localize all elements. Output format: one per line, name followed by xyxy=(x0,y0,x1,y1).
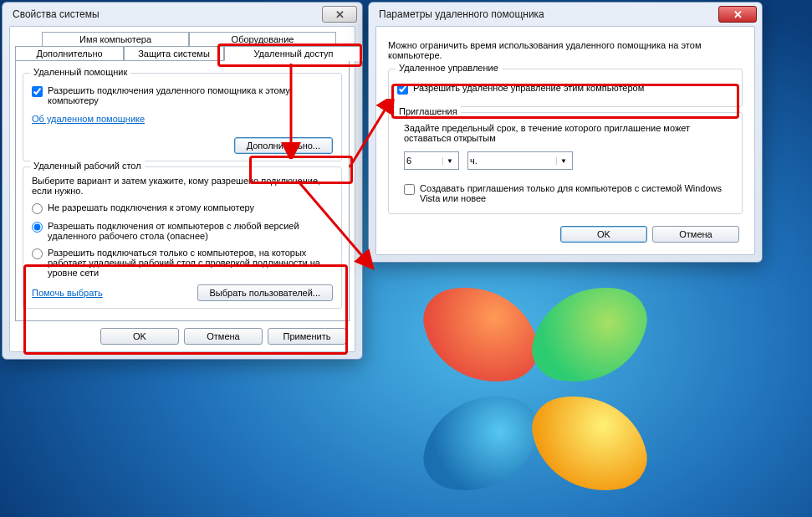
remote-assistant-params-window: Параметры удаленного помощника ✕ Можно о… xyxy=(368,2,763,263)
chevron-down-icon: ▼ xyxy=(556,157,570,165)
duration-unit-select[interactable]: ч.▼ xyxy=(467,151,573,170)
close-icon[interactable]: ✕ xyxy=(718,6,757,23)
advanced-button[interactable]: Дополнительно... xyxy=(234,137,333,154)
invitations-group: Приглашения Задайте предельный срок, в т… xyxy=(388,112,743,214)
system-properties-window: Свойства системы ✕ Имя компьютера Оборуд… xyxy=(2,2,363,360)
allow-assistant-checkbox[interactable]: Разрешить подключения удаленного помощни… xyxy=(32,85,333,105)
intro-text: Можно ограничить время использования уда… xyxy=(388,40,743,60)
window-title: Параметры удаленного помощника xyxy=(379,8,718,20)
group-label: Удаленное управление xyxy=(396,63,502,73)
titlebar[interactable]: Свойства системы ✕ xyxy=(3,3,362,26)
window-title: Свойства системы xyxy=(13,8,322,20)
rdp-intro: Выберите вариант и затем укажите, кому р… xyxy=(32,176,333,196)
tab-computer-name[interactable]: Имя компьютера xyxy=(42,32,189,47)
tab-hardware[interactable]: Оборудование xyxy=(189,32,336,47)
cancel-button[interactable]: Отмена xyxy=(652,226,739,243)
help-choose-link[interactable]: Помочь выбрать xyxy=(32,288,103,298)
chevron-down-icon: ▼ xyxy=(442,157,457,165)
remote-assistant-group: Удаленный помощник Разрешить подключения… xyxy=(23,73,342,161)
group-label: Удаленный рабочий стол xyxy=(30,161,145,171)
tab-advanced[interactable]: Дополнительно xyxy=(15,46,124,61)
duration-number-select[interactable]: 6▼ xyxy=(404,151,459,170)
allow-control-checkbox[interactable]: Разрешить удаленное управление этим комп… xyxy=(397,83,733,95)
apply-button[interactable]: Применить xyxy=(268,328,346,345)
ok-button[interactable]: OK xyxy=(560,226,647,243)
rdp-option-any[interactable]: Разрешать подключения от компьютеров с л… xyxy=(32,221,333,241)
tab-protection[interactable]: Защита системы xyxy=(124,46,224,61)
invite-text: Задайте предельный срок, в течение котор… xyxy=(397,123,733,143)
about-assistant-link[interactable]: Об удаленном помощнике xyxy=(32,114,145,124)
windows-logo xyxy=(418,284,652,502)
vista-only-checkbox[interactable]: Создавать приглашения только для компьют… xyxy=(397,183,733,203)
rdp-option-none[interactable]: Не разрешать подключения к этому компьют… xyxy=(32,202,333,214)
cancel-button[interactable]: Отмена xyxy=(184,328,263,345)
remote-desktop-group: Удаленный рабочий стол Выберите вариант … xyxy=(23,166,342,309)
rdp-option-nla[interactable]: Разрешить подключаться только с компьюте… xyxy=(32,248,333,278)
tabs: Имя компьютера Оборудование Дополнительн… xyxy=(15,32,350,62)
ok-button[interactable]: OK xyxy=(100,328,179,345)
titlebar[interactable]: Параметры удаленного помощника ✕ xyxy=(369,3,762,26)
remote-control-group: Удаленное управление Разрешить удаленное… xyxy=(388,69,743,107)
group-label: Удаленный помощник xyxy=(30,67,130,77)
close-icon[interactable]: ✕ xyxy=(322,6,357,23)
select-users-button[interactable]: Выбрать пользователей... xyxy=(197,284,334,301)
tab-remote[interactable]: Удаленный доступ xyxy=(224,46,363,61)
group-label: Приглашения xyxy=(396,106,461,116)
